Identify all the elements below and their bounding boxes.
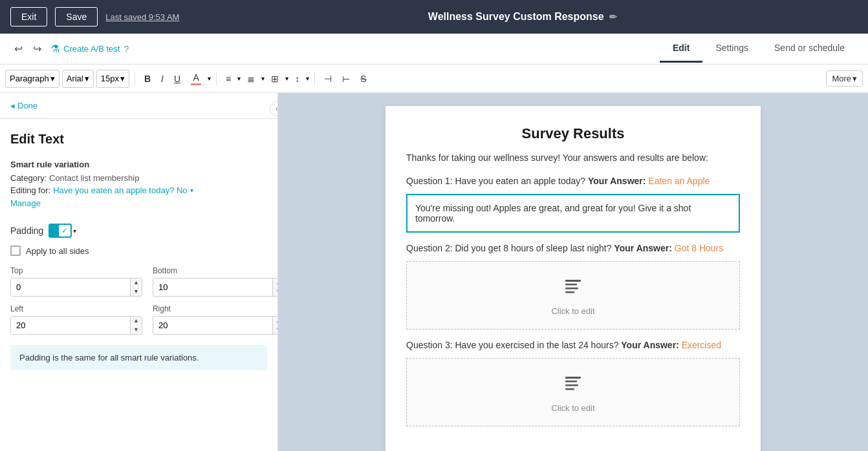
line-height-button[interactable]: ↕ xyxy=(291,71,303,87)
line-height-chevron[interactable]: ▾ xyxy=(306,75,309,82)
question-2-row: Question 2: Did you get 8 hours of sleep… xyxy=(406,243,740,253)
edit-title-icon[interactable]: ✏ xyxy=(609,12,617,22)
q3-text: Question 3: Have you exercised in the la… xyxy=(406,340,618,350)
selected-text-block[interactable]: You're missing out! Apples are great, an… xyxy=(406,194,740,233)
editing-for-value[interactable]: Have you eaten an apple today? No xyxy=(53,185,187,195)
save-button[interactable]: Save xyxy=(55,7,98,26)
editing-for-chevron[interactable]: ▾ xyxy=(190,187,193,194)
left-increment[interactable]: ▲ xyxy=(131,317,142,326)
bold-button[interactable]: B xyxy=(140,71,155,87)
top-bar: Exit Save Last saved 9:53 AM Wellness Su… xyxy=(0,0,868,34)
top-input-wrapper: ▲ ▼ xyxy=(10,278,142,297)
done-button[interactable]: ◂ Done xyxy=(10,101,38,110)
italic-button[interactable]: I xyxy=(157,71,168,87)
create-ab-button[interactable]: ⚗ Create A/B test ? xyxy=(50,43,129,55)
smart-rule-label: Smart rule variation xyxy=(10,160,267,169)
strikethrough-button[interactable]: S xyxy=(356,71,370,87)
separator-2 xyxy=(216,72,217,85)
tab-edit[interactable]: Edit xyxy=(660,35,702,63)
align-button[interactable]: ≡ xyxy=(222,71,235,87)
indent-button[interactable]: ⊞ xyxy=(267,71,283,87)
category-label: Category: xyxy=(10,173,47,183)
font-color-label: A xyxy=(193,72,199,83)
outdent-button[interactable]: ⊣ xyxy=(320,71,336,87)
color-chevron[interactable]: ▾ xyxy=(208,75,211,82)
edit-text-title: Edit Text xyxy=(10,132,267,147)
right-spinner: ▲ ▼ xyxy=(272,317,278,334)
paragraph-dropdown[interactable]: Paragraph ▾ xyxy=(5,70,60,88)
svg-rect-1 xyxy=(565,284,577,286)
question-1-row: Question 1: Have you eaten an apple toda… xyxy=(406,176,740,186)
underline-button[interactable]: U xyxy=(170,71,184,87)
sidebar-header: ◂ Done xyxy=(0,93,277,119)
tab-settings[interactable]: Settings xyxy=(702,35,761,63)
done-label: Done xyxy=(17,101,38,110)
bottom-input[interactable] xyxy=(153,278,272,296)
top-spinner: ▲ ▼ xyxy=(130,278,142,296)
font-chevron: ▾ xyxy=(85,74,89,83)
apply-all-row: Apply to all sides xyxy=(10,246,267,256)
q2-answer: Got 8 Hours xyxy=(675,243,723,253)
apply-all-checkbox[interactable] xyxy=(10,246,21,256)
padding-section: Padding ✓ ▾ Apply to all sides Top xyxy=(10,224,267,370)
click-to-edit-1[interactable]: Click to edit xyxy=(406,261,740,330)
more-button[interactable]: More ▾ xyxy=(826,70,863,87)
bottom-increment[interactable]: ▲ xyxy=(273,278,278,288)
collapse-icon: « xyxy=(276,105,278,112)
more-label: More xyxy=(832,74,851,83)
right-increment[interactable]: ▲ xyxy=(273,317,278,326)
right-input[interactable] xyxy=(153,317,272,334)
indent-in-button[interactable]: ⊢ xyxy=(338,71,354,87)
category-value: Contact list membership xyxy=(49,173,139,183)
font-color-button[interactable]: A xyxy=(187,70,205,88)
top-decrement[interactable]: ▼ xyxy=(131,288,142,297)
font-label: Arial xyxy=(67,74,83,83)
indent-chevron[interactable]: ▾ xyxy=(285,75,288,82)
page-title: Wellness Survey Custom Response ✏ xyxy=(187,11,858,23)
list-button[interactable]: ≣ xyxy=(243,71,259,87)
top-increment[interactable]: ▲ xyxy=(131,278,142,288)
tab-send-schedule[interactable]: Send or schedule xyxy=(761,35,858,63)
padding-toggle[interactable]: ✓ ▾ xyxy=(49,224,76,238)
question-3-row: Question 3: Have you exercised in the la… xyxy=(406,340,740,350)
separator-3 xyxy=(314,72,315,85)
text-editor-icon-1 xyxy=(420,275,726,302)
right-decrement[interactable]: ▼ xyxy=(273,326,278,335)
list-chevron[interactable]: ▾ xyxy=(261,75,265,82)
q1-answer: Eaten an Apple xyxy=(648,176,710,186)
left-decrement[interactable]: ▼ xyxy=(131,326,142,335)
paragraph-label: Paragraph xyxy=(10,74,49,83)
svg-rect-0 xyxy=(565,280,581,282)
click-to-edit-label-2: Click to edit xyxy=(420,403,726,413)
more-chevron: ▾ xyxy=(852,74,857,83)
manage-link[interactable]: Manage xyxy=(10,198,41,208)
exit-button[interactable]: Exit xyxy=(10,7,47,26)
align-chevron[interactable]: ▾ xyxy=(237,75,241,82)
toggle-chevron[interactable]: ▾ xyxy=(73,227,76,235)
q2-answer-label: Your Answer: xyxy=(614,243,674,253)
apply-all-label: Apply to all sides xyxy=(26,246,89,256)
main-layout: « ◂ Done Edit Text Smart rule variation … xyxy=(0,93,868,451)
sidebar: « ◂ Done Edit Text Smart rule variation … xyxy=(0,93,278,451)
left-input[interactable] xyxy=(11,317,130,334)
paragraph-chevron: ▾ xyxy=(50,74,55,83)
ab-icon: ⚗ xyxy=(50,43,60,55)
font-dropdown[interactable]: Arial ▾ xyxy=(62,70,94,88)
info-box: Padding is the same for all smart rule v… xyxy=(10,345,267,370)
redo-button[interactable]: ↪ xyxy=(29,40,45,58)
svg-rect-5 xyxy=(565,381,577,383)
q2-text: Question 2: Did you get 8 hours of sleep… xyxy=(406,243,612,253)
click-to-edit-2[interactable]: Click to edit xyxy=(406,358,740,426)
click-to-edit-label-1: Click to edit xyxy=(420,306,726,316)
title-text: Wellness Survey Custom Response xyxy=(428,11,604,23)
top-input[interactable] xyxy=(11,278,130,296)
top-label: Top xyxy=(10,266,142,275)
bottom-decrement[interactable]: ▼ xyxy=(273,288,278,297)
size-dropdown[interactable]: 15px ▾ xyxy=(96,70,129,88)
left-label: Left xyxy=(10,304,142,313)
padding-right-field: Right ▲ ▼ xyxy=(153,304,278,335)
undo-button[interactable]: ↩ xyxy=(10,40,27,58)
smart-rule-section: Smart rule variation Category: Contact l… xyxy=(10,160,267,208)
right-label: Right xyxy=(153,304,278,313)
toggle-box[interactable]: ✓ xyxy=(49,224,72,238)
